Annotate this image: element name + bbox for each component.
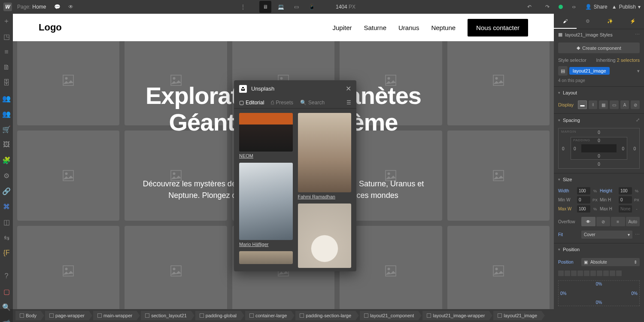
anchor-preset[interactable]: [597, 270, 602, 276]
photo-card[interactable]: NEOM: [239, 113, 293, 158]
inheriting-label[interactable]: Inheriting 2 selectors: [596, 58, 640, 63]
display-none-icon[interactable]: ⊘: [631, 100, 640, 109]
display-block-icon[interactable]: ▬: [578, 100, 587, 109]
cta-button[interactable]: Nous contacter: [468, 19, 528, 36]
search-input[interactable]: 🔍Search: [300, 100, 325, 106]
selector-state-icon[interactable]: ▤: [558, 66, 568, 76]
viewport-size[interactable]: 1404 PX: [336, 4, 355, 10]
spacing-box[interactable]: MARGIN 0 0 0 0 PADDING 0 0 0 0: [558, 128, 640, 169]
share-button[interactable]: 👤 Share: [585, 4, 608, 10]
code-icon[interactable]: ‹›: [568, 1, 580, 13]
comment-icon[interactable]: 💬: [51, 1, 63, 13]
help-icon[interactable]: ?: [3, 272, 10, 280]
redo-icon[interactable]: ↷: [541, 1, 553, 13]
device-laptop-icon[interactable]: 💻: [275, 1, 287, 13]
modal-body[interactable]: NEOM Mario Häfliger Fahmi R: [234, 109, 356, 271]
typography-icon[interactable]: {F: [3, 249, 10, 257]
photo-card[interactable]: [239, 251, 293, 264]
nav-link[interactable]: Uranus: [398, 24, 419, 31]
crumb[interactable]: section_layout21: [141, 311, 191, 320]
webflow-logo[interactable]: W: [3, 3, 12, 11]
overflow-hidden-icon[interactable]: ⊘: [596, 217, 611, 226]
anchor-preset[interactable]: [616, 270, 622, 276]
anchor-preset[interactable]: [577, 270, 583, 276]
crumb[interactable]: layout21_component: [360, 311, 418, 320]
settings-icon[interactable]: ⚙: [3, 172, 10, 179]
tab-effects-icon[interactable]: ⚡: [622, 14, 644, 29]
list-icon[interactable]: ≡: [3, 48, 10, 56]
class-chip[interactable]: layout21_image: [569, 67, 610, 75]
crumb[interactable]: container-large: [245, 311, 291, 320]
add-element-icon[interactable]: ＋: [3, 17, 10, 25]
pages-icon[interactable]: 🗎: [3, 64, 10, 71]
crumb[interactable]: Body: [15, 311, 41, 320]
chevron-down-icon[interactable]: ▾: [637, 68, 640, 74]
maxh-input[interactable]: [619, 205, 632, 213]
photo-author[interactable]: Fahmi Ramadhan: [298, 194, 352, 199]
display-flex-icon[interactable]: ⫴: [589, 100, 598, 109]
anchor-preset[interactable]: [590, 270, 596, 276]
preview-icon[interactable]: 👁: [65, 1, 77, 13]
photo-author[interactable]: Mario Häfliger: [239, 242, 293, 247]
section-spacing[interactable]: ▾Spacing⤢: [554, 113, 644, 126]
crumb[interactable]: padding-section-large: [295, 311, 355, 320]
anchor-preset[interactable]: [558, 270, 564, 276]
page-name[interactable]: Home: [32, 4, 46, 10]
modal-header[interactable]: Unsplash ✕: [234, 80, 356, 97]
section-layout[interactable]: ▾Layout: [554, 86, 644, 99]
anchor-preset[interactable]: [584, 270, 589, 276]
photo-card[interactable]: Fahmi Ramadhan: [298, 113, 352, 199]
video-icon[interactable]: 📹: [3, 319, 10, 322]
menu-icon[interactable]: ☰: [346, 100, 351, 106]
width-input[interactable]: [577, 187, 590, 194]
position-select[interactable]: ▣Absolute⇕: [581, 258, 640, 266]
navigator-icon[interactable]: ◳: [3, 33, 10, 40]
assets-icon[interactable]: 🖼: [3, 141, 10, 149]
tab-interactions-icon[interactable]: ✨: [599, 14, 622, 29]
nav-link[interactable]: Neptune: [431, 24, 456, 31]
device-desktop-icon[interactable]: 🖥: [259, 1, 271, 13]
offset-box[interactable]: 0% 0% 0% 0%: [558, 280, 640, 306]
users-icon[interactable]: 👥: [3, 94, 10, 102]
crumb[interactable]: page-wrapper: [45, 311, 89, 320]
tab-presets[interactable]: ⎙Presets: [271, 100, 293, 106]
display-inlineblock-icon[interactable]: ▭: [610, 100, 619, 109]
maxw-input[interactable]: [577, 205, 590, 213]
minw-input[interactable]: [577, 196, 590, 204]
section-position[interactable]: ▾Position: [554, 243, 644, 255]
minh-input[interactable]: [619, 196, 632, 204]
device-mobile-icon[interactable]: 📱: [306, 1, 318, 13]
photo-card[interactable]: [298, 204, 352, 268]
anchor-preset[interactable]: [571, 270, 577, 276]
display-inline-icon[interactable]: A: [620, 100, 629, 109]
create-component-button[interactable]: ◆ Create component: [558, 43, 640, 53]
anchor-preset[interactable]: [603, 270, 609, 276]
components-icon[interactable]: ◫: [3, 218, 10, 226]
fit-select[interactable]: Cover▾: [581, 231, 632, 239]
crumb[interactable]: layout21_image: [493, 311, 541, 320]
audit-icon[interactable]: ▢: [3, 288, 10, 295]
team-icon[interactable]: 👥: [3, 110, 10, 118]
publish-button[interactable]: ▲ Publish ▾: [612, 4, 641, 10]
overflow-visible-icon[interactable]: 👁: [581, 217, 595, 226]
crumb[interactable]: main-wrapper: [93, 311, 137, 320]
menu-dots-icon[interactable]: ⋮: [237, 1, 249, 13]
device-tablet-icon[interactable]: ▭: [290, 1, 302, 13]
finsweet-icon[interactable]: ⌘: [3, 203, 10, 210]
nav-link[interactable]: Jupiter: [332, 24, 352, 31]
tab-style-icon[interactable]: 🖌: [554, 14, 577, 29]
more-icon[interactable]: ⋯: [635, 232, 640, 237]
expand-icon[interactable]: ⤢: [636, 117, 640, 123]
anchor-preset[interactable]: [610, 270, 615, 276]
crumb[interactable]: layout21_image-wrapper: [422, 311, 489, 320]
ecommerce-icon[interactable]: 🛒: [3, 125, 10, 133]
tab-settings-icon[interactable]: ⚙: [577, 14, 599, 29]
overflow-scroll-icon[interactable]: ≡: [611, 217, 625, 226]
canvas[interactable]: Logo Jupiter Saturne Uranus Neptune Nous…: [13, 14, 554, 309]
more-icon[interactable]: ⋯: [635, 32, 640, 37]
close-icon[interactable]: ✕: [346, 85, 351, 93]
photo-card[interactable]: Mario Häfliger: [239, 163, 293, 247]
apps-icon[interactable]: 🧩: [3, 156, 10, 164]
variables-icon[interactable]: 🔗: [3, 187, 10, 195]
overflow-auto-button[interactable]: Auto: [626, 217, 640, 226]
